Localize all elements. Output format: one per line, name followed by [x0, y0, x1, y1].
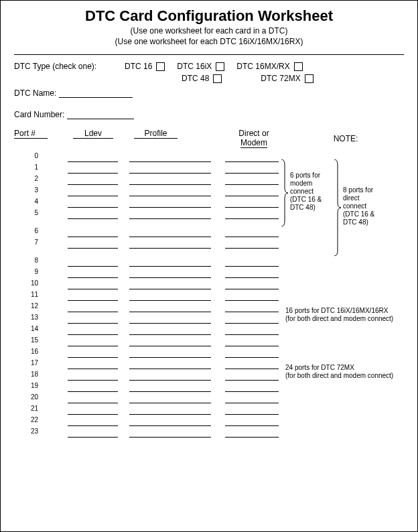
dtc-type-option-dtc16: DTC 16	[125, 62, 165, 71]
column-headers: Port # Ldev Profile Direct or Modem NOTE…	[1, 129, 417, 151]
profile-input[interactable]	[129, 361, 211, 369]
profile-input[interactable]	[129, 327, 211, 335]
profile-input[interactable]	[129, 241, 211, 249]
ldev-input[interactable]	[68, 200, 118, 208]
direct-modem-input[interactable]	[225, 316, 279, 324]
port-number: 12	[19, 302, 38, 310]
ldev-input[interactable]	[68, 165, 118, 174]
ldev-input[interactable]	[68, 259, 118, 267]
port-number: 18	[19, 371, 38, 378]
profile-input[interactable]	[129, 304, 211, 312]
profile-input[interactable]	[129, 293, 211, 301]
direct-modem-input[interactable]	[225, 361, 279, 369]
option-label: DTC 16	[125, 62, 152, 71]
ldev-input[interactable]	[68, 188, 118, 196]
ldev-input[interactable]	[68, 407, 118, 415]
profile-input[interactable]	[129, 281, 211, 289]
ldev-input[interactable]	[68, 304, 118, 312]
profile-input[interactable]	[129, 165, 211, 174]
col-direct-modem: Direct or Modem	[230, 129, 277, 148]
ldev-input[interactable]	[68, 229, 118, 237]
profile-input[interactable]	[129, 395, 211, 403]
direct-modem-input[interactable]	[225, 293, 279, 301]
profile-input[interactable]	[129, 154, 211, 162]
ldev-input[interactable]	[68, 338, 118, 346]
port-number: 1	[19, 163, 38, 171]
ldev-input[interactable]	[68, 350, 118, 358]
direct-modem-input[interactable]	[225, 429, 279, 438]
direct-modem-input[interactable]	[225, 188, 279, 196]
subtitle-1: (Use one worksheet for each card in a DT…	[1, 26, 417, 36]
ldev-input[interactable]	[68, 327, 118, 335]
port-row: 7	[1, 238, 417, 249]
ldev-input[interactable]	[68, 316, 118, 324]
ldev-input[interactable]	[68, 418, 118, 426]
profile-input[interactable]	[129, 373, 211, 381]
direct-modem-input[interactable]	[225, 407, 279, 415]
direct-modem-input[interactable]	[225, 270, 279, 278]
port-row: 0	[1, 151, 417, 163]
direct-modem-input[interactable]	[225, 395, 279, 403]
checkbox-dtc72mx[interactable]	[305, 74, 314, 83]
port-number: 11	[19, 291, 38, 298]
checkbox-dtc48[interactable]	[213, 74, 222, 83]
profile-input[interactable]	[129, 384, 211, 392]
direct-modem-input[interactable]	[225, 211, 279, 219]
direct-modem-input[interactable]	[225, 327, 279, 335]
direct-modem-input[interactable]	[225, 200, 279, 208]
ldev-input[interactable]	[68, 241, 118, 249]
dtc-type-option-dtc48: DTC 48	[182, 74, 222, 83]
profile-input[interactable]	[129, 429, 211, 438]
ldev-input[interactable]	[68, 281, 118, 289]
ldev-input[interactable]	[68, 293, 118, 301]
dtc-type-option-dtc72mx: DTC 72MX	[261, 74, 313, 83]
profile-input[interactable]	[129, 338, 211, 346]
profile-input[interactable]	[129, 211, 211, 219]
ldev-input[interactable]	[68, 211, 118, 219]
direct-modem-input[interactable]	[225, 338, 279, 346]
checkbox-dtc16mxrx[interactable]	[294, 62, 303, 71]
ldev-input[interactable]	[68, 270, 118, 278]
ldev-input[interactable]	[68, 177, 118, 185]
checkbox-dtc16ix[interactable]	[216, 62, 224, 71]
profile-input[interactable]	[129, 229, 211, 237]
direct-modem-input[interactable]	[225, 241, 279, 249]
direct-modem-input[interactable]	[225, 384, 279, 392]
port-number: 4	[19, 198, 38, 205]
ldev-input[interactable]	[68, 154, 118, 162]
profile-input[interactable]	[129, 407, 211, 415]
profile-input[interactable]	[129, 350, 211, 358]
ldev-input[interactable]	[68, 429, 118, 438]
profile-input[interactable]	[129, 316, 211, 324]
profile-input[interactable]	[129, 259, 211, 267]
port-number: 22	[19, 416, 38, 423]
direct-modem-input[interactable]	[225, 259, 279, 267]
profile-input[interactable]	[129, 177, 211, 185]
direct-modem-input[interactable]	[225, 154, 279, 162]
ldev-input[interactable]	[68, 384, 118, 392]
port-row: 21	[1, 404, 417, 415]
profile-input[interactable]	[129, 188, 211, 196]
profile-input[interactable]	[129, 200, 211, 208]
checkbox-dtc16[interactable]	[156, 62, 165, 71]
profile-input[interactable]	[129, 270, 211, 278]
direct-modem-input[interactable]	[225, 350, 279, 358]
header: DTC Card Configuration Worksheet (Use on…	[1, 1, 417, 46]
ldev-input[interactable]	[68, 395, 118, 403]
direct-modem-input[interactable]	[225, 165, 279, 174]
direct-modem-input[interactable]	[225, 229, 279, 237]
dtc-type-option-dtc16mxrx: DTC 16MX/RX	[236, 62, 302, 71]
direct-modem-input[interactable]	[225, 304, 279, 312]
ldev-input[interactable]	[68, 361, 118, 369]
direct-modem-input[interactable]	[225, 373, 279, 381]
ldev-input[interactable]	[68, 373, 118, 381]
option-label: DTC 72MX	[261, 74, 300, 83]
card-number-label: Card Number:	[14, 110, 64, 119]
dtc-name-input[interactable]	[59, 90, 133, 98]
port-row: 2	[1, 174, 417, 186]
profile-input[interactable]	[129, 418, 211, 426]
direct-modem-input[interactable]	[225, 418, 279, 426]
direct-modem-input[interactable]	[225, 281, 279, 289]
card-number-input[interactable]	[67, 111, 134, 119]
direct-modem-input[interactable]	[225, 177, 279, 185]
